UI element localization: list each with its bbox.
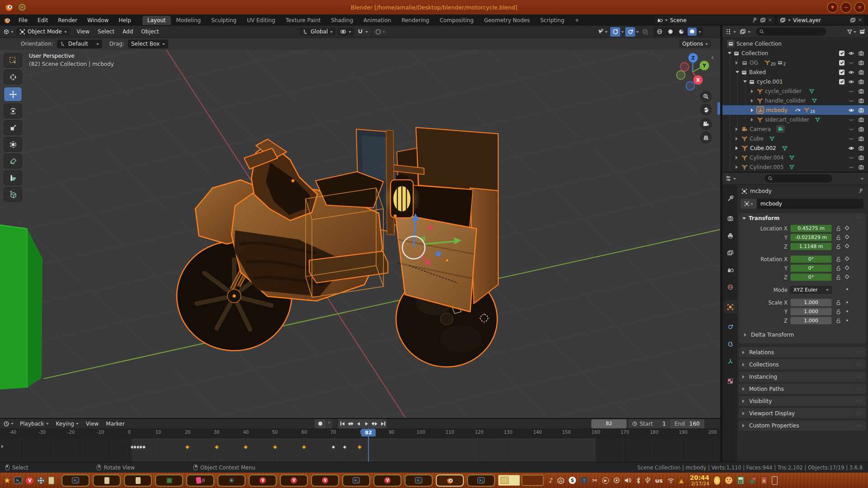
task-blender-active[interactable] — [436, 474, 464, 487]
xray-dropdown[interactable] — [636, 31, 639, 34]
keyframe-diamond[interactable] — [331, 445, 336, 450]
end-frame-field[interactable]: End 160 — [670, 419, 704, 428]
snap-magnet-icon[interactable] — [357, 28, 363, 35]
workspace-pager-active[interactable] — [498, 475, 520, 486]
unlink-scene-icon[interactable]: ✕ — [768, 17, 772, 23]
pin-id-icon[interactable] — [858, 188, 864, 194]
menu-object[interactable]: Object — [137, 26, 163, 38]
animate-dot-icon[interactable] — [846, 288, 848, 290]
render-camera-icon[interactable] — [858, 164, 864, 170]
tool-cursor[interactable] — [4, 70, 22, 84]
new-view-layer-icon[interactable] — [850, 17, 856, 23]
tool-add-cube[interactable]: + — [4, 188, 22, 202]
add-workspace-button[interactable]: + — [570, 16, 584, 25]
launcher-media-icon[interactable] — [37, 477, 45, 484]
task-vivaldi[interactable]: V — [311, 474, 339, 487]
keyframe-diamond-selected[interactable] — [358, 445, 362, 450]
outliner-row-cube-002[interactable]: Cube.002 — [722, 143, 868, 153]
show-gizmo-toggle[interactable] — [596, 28, 609, 36]
toggle-xray-squares-icon[interactable] — [640, 28, 650, 35]
mode-dropdown[interactable]: Object Mode — [16, 28, 70, 36]
scale-x-field[interactable]: 1.000 — [790, 299, 832, 306]
new-scene-icon[interactable] — [760, 17, 766, 23]
hide-eye-closed-icon[interactable] — [848, 126, 854, 132]
tool-transform[interactable] — [4, 137, 22, 151]
tool-scale[interactable] — [4, 121, 22, 135]
relations-panel[interactable]: Relations∷∷ — [739, 347, 866, 357]
tool-rotate[interactable] — [4, 104, 22, 118]
auto-keying-dropdown[interactable] — [326, 419, 332, 428]
instancing-panel[interactable]: Instancing∷∷ — [739, 371, 866, 382]
task-vivaldi[interactable]: V — [249, 474, 277, 487]
hide-eye-icon[interactable] — [848, 69, 854, 75]
hide-eye-closed-icon[interactable] — [848, 60, 854, 66]
axis-negative-z[interactable] — [686, 82, 695, 90]
render-camera-icon[interactable] — [858, 79, 864, 85]
rotation-mode-dropdown[interactable]: XYZ Euler — [790, 286, 832, 294]
hide-eye-closed-icon[interactable] — [848, 98, 854, 104]
transform-orientation-dropdown[interactable]: Global — [299, 28, 336, 36]
menu-help[interactable]: Help — [113, 14, 136, 26]
menu-playback[interactable]: Playback — [16, 419, 52, 428]
workspace-tab-layout[interactable]: Layout — [142, 16, 171, 25]
collection-checkbox[interactable] — [839, 51, 844, 56]
collection-checkbox[interactable] — [839, 79, 844, 84]
lock-icon[interactable] — [835, 318, 841, 324]
editor-type-button[interactable] — [3, 28, 14, 35]
orientation-dropdown[interactable]: Default — [57, 40, 102, 48]
auto-keying-toggle[interactable] — [315, 419, 326, 428]
task-vivaldi[interactable]: V — [373, 474, 401, 487]
shade-window-button[interactable]: ▼ — [828, 3, 837, 12]
timeline-channel[interactable] — [0, 438, 720, 462]
keyframe-diamond-selected[interactable] — [215, 445, 219, 450]
upload-tray-icon[interactable]: ↑ — [580, 477, 588, 484]
xray-toggle[interactable] — [625, 27, 635, 37]
taskbar-clock[interactable]: 20:44 2/17/24 — [690, 474, 709, 486]
outliner-row-og[interactable]: OG 20 2 — [722, 58, 868, 67]
menu-timeline-view[interactable]: View — [82, 419, 102, 428]
hide-eye-icon[interactable] — [848, 79, 854, 85]
launcher-files-icon[interactable] — [48, 477, 54, 484]
shading-rendered-button[interactable] — [688, 28, 697, 36]
view-layer-dropdown-icon[interactable] — [788, 19, 791, 23]
launcher-vivaldi-icon[interactable]: V — [26, 477, 33, 484]
shading-solid-button[interactable] — [666, 28, 675, 35]
hide-eye-closed-icon[interactable] — [848, 136, 854, 142]
workspace-tab-texture-paint[interactable]: Texture Paint — [281, 16, 326, 25]
outliner-row-collection[interactable]: Collection — [722, 48, 868, 58]
keyframe-diamond-selected[interactable] — [273, 445, 278, 450]
outliner-display-mode-dropdown[interactable] — [748, 31, 750, 34]
current-frame-field[interactable]: 82 — [591, 419, 627, 428]
calculator-applet-icon[interactable] — [737, 476, 744, 484]
outliner-editor-dropdown[interactable] — [733, 31, 736, 34]
collapse-sidebar-icon[interactable]: ‹ — [711, 54, 714, 61]
lock-icon[interactable] — [835, 244, 841, 249]
render-camera-icon[interactable] — [858, 60, 864, 66]
new-collection-icon[interactable]: + — [859, 28, 865, 35]
task-terminal[interactable]: >_ — [61, 474, 90, 487]
launcher-terminal-icon[interactable]: >_ — [14, 477, 22, 484]
location-z-field[interactable]: 1.1148 m — [790, 243, 832, 250]
outliner-row-mcbody-active[interactable]: mcbody 16 — [722, 105, 868, 115]
task-media-player[interactable]: )) — [186, 474, 214, 487]
tab-texture[interactable] — [724, 374, 737, 388]
collection-checkbox[interactable] — [839, 70, 844, 75]
tab-constraints[interactable] — [724, 337, 737, 351]
workspace-tab-modeling[interactable]: Modeling — [171, 16, 206, 25]
workspace-tab-shading[interactable]: Shading — [326, 16, 358, 25]
properties-editor-icon[interactable] — [725, 175, 731, 182]
scale-z-field[interactable]: 1.000 — [790, 317, 832, 324]
render-camera-icon[interactable] — [858, 155, 864, 161]
expand-icon[interactable] — [751, 108, 755, 112]
hide-eye-closed-icon[interactable] — [848, 117, 854, 123]
pan-hand-button[interactable] — [700, 103, 712, 116]
animate-dot-icon[interactable] — [846, 319, 848, 321]
lock-icon[interactable] — [835, 256, 841, 262]
blender-menu-icon[interactable] — [4, 17, 11, 24]
custom-properties-panel[interactable]: Custom Properties∷∷ — [739, 420, 866, 431]
keyframe-diamond-selected[interactable] — [185, 445, 190, 450]
keyboard-layout-indicator[interactable]: us — [655, 477, 663, 484]
expand-icon[interactable] — [736, 127, 740, 131]
timeline-editor-type-button[interactable] — [3, 421, 14, 427]
task-terminal[interactable]: >_ — [467, 474, 495, 487]
